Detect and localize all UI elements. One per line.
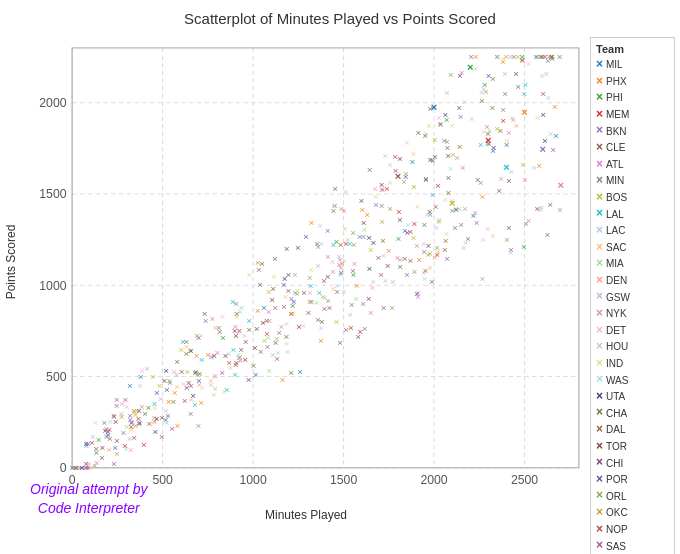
svg-text:×: × — [445, 150, 451, 161]
svg-text:×: × — [474, 217, 480, 228]
svg-text:×: × — [169, 423, 175, 434]
legend-x-marker: × — [596, 422, 603, 438]
svg-text:×: × — [486, 70, 492, 81]
svg-text:×: × — [362, 323, 368, 334]
svg-text:×: × — [139, 365, 145, 376]
svg-text:×: × — [221, 386, 227, 397]
svg-text:×: × — [226, 357, 232, 368]
legend-item: ×BOS — [596, 190, 669, 206]
legend-item: ×CHA — [596, 405, 669, 421]
svg-text:1500: 1500 — [39, 187, 66, 201]
svg-text:×: × — [521, 241, 527, 252]
svg-text:×: × — [552, 101, 558, 112]
legend-x-marker: × — [596, 123, 603, 139]
legend-title: Team — [596, 43, 669, 55]
svg-text:×: × — [184, 336, 190, 347]
svg-text:×: × — [478, 177, 484, 188]
svg-text:×: × — [472, 207, 478, 218]
svg-text:×: × — [380, 235, 386, 246]
svg-text:×: × — [395, 170, 402, 182]
legend-team-label: SAC — [606, 241, 627, 254]
svg-text:×: × — [170, 396, 176, 407]
svg-text:×: × — [558, 179, 565, 191]
svg-text:×: × — [284, 243, 290, 254]
svg-text:×: × — [480, 234, 486, 245]
svg-text:×: × — [284, 331, 290, 342]
y-label-container: Points Scored — [0, 42, 22, 482]
svg-text:×: × — [387, 177, 393, 188]
svg-text:×: × — [366, 232, 372, 243]
svg-text:×: × — [449, 120, 455, 131]
legend-team-label: WAS — [606, 374, 628, 387]
svg-text:×: × — [456, 102, 462, 113]
svg-text:500: 500 — [46, 370, 67, 384]
legend-item: ×PHX — [596, 74, 669, 90]
svg-text:×: × — [342, 223, 348, 234]
svg-text:×: × — [264, 328, 270, 339]
svg-text:×: × — [542, 51, 548, 62]
legend-x-marker: × — [596, 488, 603, 504]
svg-text:×: × — [332, 183, 338, 194]
legend-team-label: PHX — [606, 75, 627, 88]
svg-text:×: × — [150, 371, 156, 382]
svg-text:×: × — [521, 106, 528, 118]
svg-text:×: × — [142, 408, 148, 419]
svg-text:×: × — [152, 426, 158, 437]
legend-item: ×POR — [596, 472, 669, 488]
svg-text:×: × — [545, 230, 551, 241]
svg-text:×: × — [502, 68, 508, 79]
legend-item: ×CHI — [596, 455, 669, 471]
svg-text:×: × — [432, 134, 438, 145]
legend-team-label: ORL — [606, 490, 627, 503]
svg-text:×: × — [296, 322, 302, 333]
svg-text:×: × — [334, 286, 340, 297]
svg-text:×: × — [219, 367, 225, 378]
svg-text:×: × — [281, 279, 287, 290]
svg-text:2000: 2000 — [39, 96, 66, 110]
svg-text:×: × — [553, 130, 559, 141]
svg-text:×: × — [379, 200, 385, 211]
svg-text:×: × — [353, 293, 359, 304]
svg-text:×: × — [513, 69, 519, 80]
legend-x-marker: × — [596, 455, 603, 471]
svg-text:×: × — [208, 379, 214, 390]
legend-x-marker: × — [596, 74, 603, 90]
svg-text:×: × — [467, 61, 474, 73]
legend-x-marker: × — [596, 472, 603, 488]
svg-text:×: × — [540, 88, 546, 99]
legend-item: ×WAS — [596, 372, 669, 388]
legend-x-marker: × — [596, 356, 603, 372]
legend-item: ×TOR — [596, 439, 669, 455]
svg-text:×: × — [449, 198, 456, 210]
svg-text:×: × — [307, 296, 313, 307]
svg-text:×: × — [351, 239, 357, 250]
svg-text:×: × — [457, 70, 463, 81]
svg-text:×: × — [547, 199, 553, 210]
svg-text:2000: 2000 — [420, 473, 447, 487]
legend-team-label: SAS — [606, 540, 626, 553]
svg-text:×: × — [196, 375, 202, 386]
svg-text:×: × — [509, 112, 515, 123]
legend-x-marker: × — [596, 140, 603, 156]
legend-team-label: DET — [606, 324, 626, 337]
legend-team-label: DAL — [606, 423, 625, 436]
svg-text:×: × — [415, 127, 421, 138]
svg-text:×: × — [343, 186, 349, 197]
svg-text:×: × — [92, 460, 98, 471]
svg-text:×: × — [361, 217, 367, 228]
svg-text:×: × — [295, 242, 301, 253]
svg-text:×: × — [246, 269, 252, 280]
legend-team-label: OKC — [606, 506, 628, 519]
svg-text:×: × — [469, 113, 475, 124]
svg-text:×: × — [520, 159, 526, 170]
svg-text:×: × — [504, 136, 510, 147]
legend-x-marker: × — [596, 57, 603, 73]
legend-item: ×BKN — [596, 123, 669, 139]
svg-text:×: × — [506, 175, 512, 186]
svg-text:×: × — [331, 205, 337, 216]
svg-text:×: × — [254, 323, 260, 334]
svg-text:×: × — [429, 276, 435, 287]
svg-text:×: × — [292, 269, 298, 280]
svg-text:×: × — [85, 438, 91, 449]
svg-text:×: × — [462, 203, 468, 214]
